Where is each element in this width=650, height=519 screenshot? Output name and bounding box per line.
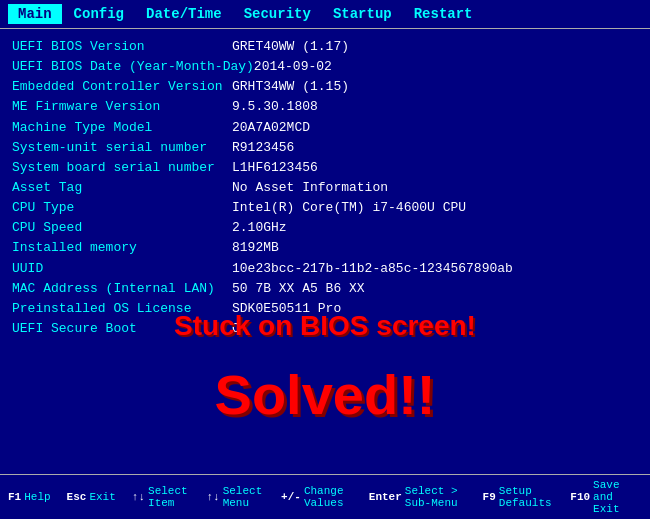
key-f1: F1 Help [8,491,51,503]
key-esc: Esc Exit [67,491,116,503]
info-label-6: System board serial number [12,158,232,178]
solved-text: Solved!! [0,362,650,427]
info-row-8: CPU TypeIntel(R) Core(TM) i7-4600U CPU [12,198,638,218]
info-value-6: L1HF6123456 [232,158,638,178]
info-label-10: Installed memory [12,238,232,258]
info-value-5: R9123456 [232,138,638,158]
info-label-1: UEFI BIOS Date (Year-Month-Day) [12,57,254,77]
info-value-12: 50 7B XX A5 B6 XX [232,279,638,299]
menu-item-date-time[interactable]: Date/Time [136,4,232,24]
info-value-4: 20A7A02MCD [232,118,638,138]
bottom-bar: F1 Help Esc Exit ↑↓ Select Item ↑↓ Selec… [0,474,650,519]
info-row-4: Machine Type Model20A7A02MCD [12,118,638,138]
info-value-9: 2.10GHz [232,218,638,238]
menu-item-restart[interactable]: Restart [404,4,483,24]
stuck-text: Stuck on BIOS screen! [0,310,650,342]
info-row-5: System-unit serial numberR9123456 [12,138,638,158]
info-row-6: System board serial numberL1HF6123456 [12,158,638,178]
info-row-7: Asset TagNo Asset Information [12,178,638,198]
menu-item-config[interactable]: Config [64,4,134,24]
info-value-10: 8192MB [232,238,638,258]
menu-item-main[interactable]: Main [8,4,62,24]
info-label-9: CPU Speed [12,218,232,238]
info-label-11: UUID [12,259,232,279]
info-row-11: UUID10e23bcc-217b-11b2-a85c-1234567890ab [12,259,638,279]
menu-item-startup[interactable]: Startup [323,4,402,24]
key-enter: Enter Select > Sub-Menu [369,485,467,509]
info-value-0: GRET40WW (1.17) [232,37,638,57]
overlay-area: Stuck on BIOS screen! Solved!! [0,310,650,427]
info-value-1: 2014-09-02 [254,57,638,77]
info-label-3: ME Firmware Version [12,97,232,117]
info-label-5: System-unit serial number [12,138,232,158]
key-arrows-menu: ↑↓ Select Menu [206,485,265,509]
info-value-2: GRHT34WW (1.15) [232,77,638,97]
info-label-8: CPU Type [12,198,232,218]
info-value-3: 9.5.30.1808 [232,97,638,117]
key-arrows-item: ↑↓ Select Item [132,485,191,509]
info-row-2: Embedded Controller VersionGRHT34WW (1.1… [12,77,638,97]
info-row-3: ME Firmware Version9.5.30.1808 [12,97,638,117]
key-f10: F10 Save and Exit [570,479,642,515]
menu-bar: MainConfigDate/TimeSecurityStartupRestar… [0,0,650,29]
info-value-8: Intel(R) Core(TM) i7-4600U CPU [232,198,638,218]
info-value-7: No Asset Information [232,178,638,198]
key-plusminus: +/- Change Values [281,485,353,509]
info-row-12: MAC Address (Internal LAN)50 7B XX A5 B6… [12,279,638,299]
info-label-2: Embedded Controller Version [12,77,232,97]
info-row-0: UEFI BIOS VersionGRET40WW (1.17) [12,37,638,57]
info-label-4: Machine Type Model [12,118,232,138]
info-row-10: Installed memory8192MB [12,238,638,258]
info-label-12: MAC Address (Internal LAN) [12,279,232,299]
info-row-9: CPU Speed2.10GHz [12,218,638,238]
info-row-1: UEFI BIOS Date (Year-Month-Day)2014-09-0… [12,57,638,77]
key-f9: F9 Setup Defaults [483,485,555,509]
info-label-0: UEFI BIOS Version [12,37,232,57]
menu-item-security[interactable]: Security [234,4,321,24]
info-value-11: 10e23bcc-217b-11b2-a85c-1234567890ab [232,259,638,279]
bios-info-panel: UEFI BIOS VersionGRET40WW (1.17)UEFI BIO… [0,29,650,347]
info-label-7: Asset Tag [12,178,232,198]
